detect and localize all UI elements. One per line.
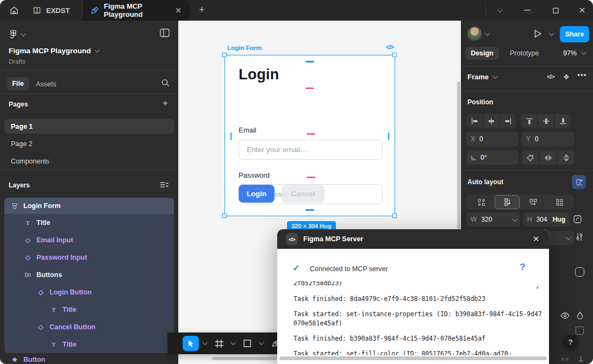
window-menu-chevron-icon[interactable] bbox=[487, 0, 511, 21]
align-vertical-center-button[interactable] bbox=[538, 114, 554, 128]
align-horizontal-center-button[interactable] bbox=[483, 114, 499, 128]
rotation-field[interactable]: 0° bbox=[466, 150, 519, 165]
page-item[interactable]: Page 2 bbox=[4, 136, 174, 151]
layer-row-buttons[interactable]: Buttons bbox=[4, 266, 174, 284]
layer-row-email-input[interactable]: ◇Email Input bbox=[4, 231, 174, 249]
frame-tool[interactable] bbox=[211, 336, 227, 351]
home-icon[interactable] bbox=[9, 5, 19, 15]
width-field[interactable]: W320 bbox=[466, 212, 520, 227]
search-icon[interactable] bbox=[161, 79, 170, 87]
flip-horizontal-icon[interactable] bbox=[540, 150, 557, 165]
avatar[interactable] bbox=[467, 27, 482, 41]
layer-row-title[interactable]: TTitle bbox=[4, 214, 174, 231]
dev-mode-code-icon[interactable]: </> bbox=[386, 43, 394, 51]
layer-row-title[interactable]: TTitle bbox=[4, 301, 174, 318]
server-log[interactable]: 2fd52f58db23)Task finished: 8da4979c-e7f… bbox=[287, 281, 541, 355]
share-button[interactable]: Share bbox=[560, 26, 589, 42]
layer-row-password-input[interactable]: ◇Password Input bbox=[4, 249, 174, 266]
style-swatch-icon[interactable] bbox=[575, 267, 584, 277]
tab-file[interactable]: File bbox=[7, 77, 29, 90]
rotate-icon[interactable] bbox=[522, 150, 539, 165]
layout-wrap-button[interactable] bbox=[547, 195, 572, 209]
help-button[interactable]: ? bbox=[563, 335, 578, 349]
layer-row-button[interactable]: ❖Button bbox=[4, 351, 174, 364]
tab-design[interactable]: Design bbox=[465, 47, 499, 60]
form-title[interactable]: Login bbox=[239, 66, 279, 83]
component-icon[interactable]: ❖ bbox=[563, 73, 570, 81]
layer-row-login-button[interactable]: ◇Login Button bbox=[4, 284, 174, 301]
chevron-down-icon[interactable] bbox=[485, 30, 490, 36]
y-position-field[interactable]: Y0 bbox=[522, 132, 574, 146]
tab-figma-mcp-playground[interactable]: Figma MCP Playground ✕ bbox=[83, 0, 189, 21]
layer-row-cancel-button[interactable]: ◇Cancel Button bbox=[4, 318, 174, 336]
canvas-vertical-scrollbar[interactable] bbox=[457, 81, 460, 229]
flip-vertical-icon[interactable] bbox=[558, 150, 575, 165]
frame-section-header[interactable]: Frame bbox=[467, 73, 489, 81]
tab-assets[interactable]: Assets bbox=[36, 80, 57, 88]
login-button[interactable]: Login bbox=[239, 185, 274, 203]
chevron-down-icon[interactable] bbox=[202, 340, 208, 345]
email-input[interactable]: Enter your email... bbox=[239, 140, 383, 160]
selection-handle[interactable] bbox=[392, 214, 397, 218]
x-position-field[interactable]: X0 bbox=[466, 132, 519, 146]
help-icon[interactable]: ? bbox=[520, 262, 525, 273]
dashed-selection-icon[interactable] bbox=[576, 327, 584, 335]
move-tool[interactable] bbox=[183, 336, 199, 351]
document-title[interactable]: Figma MCP Playground bbox=[9, 47, 91, 55]
layout-none-button[interactable] bbox=[469, 195, 494, 209]
present-play-icon[interactable] bbox=[534, 29, 542, 38]
tab-exdst[interactable]: EXDST bbox=[33, 0, 70, 21]
height-field[interactable]: H304 Hug bbox=[523, 212, 570, 227]
align-right-button[interactable] bbox=[500, 114, 516, 128]
frame-label[interactable]: Login Form bbox=[227, 45, 261, 51]
password-label[interactable]: Password bbox=[239, 171, 270, 179]
selection-handle[interactable] bbox=[222, 214, 227, 218]
scroll-up-icon[interactable]: ▲ bbox=[535, 285, 540, 290]
maximize-button[interactable] bbox=[544, 0, 567, 21]
chevron-down-icon[interactable] bbox=[95, 47, 100, 53]
dialog-header[interactable]: </> Figma MCP Server ✕ bbox=[277, 229, 549, 249]
rectangle-tool[interactable] bbox=[239, 336, 255, 351]
chevron-down-icon[interactable] bbox=[230, 340, 236, 345]
minimize-button[interactable] bbox=[515, 0, 539, 21]
zoom-level[interactable]: 97% bbox=[563, 49, 577, 57]
toggle-panel-icon[interactable] bbox=[160, 28, 170, 37]
canvas-horizontal-scrollbar[interactable] bbox=[212, 357, 277, 360]
eye-icon[interactable] bbox=[560, 312, 570, 319]
sliders-icon[interactable] bbox=[576, 233, 583, 241]
log-horizontal-scrollbar[interactable] bbox=[279, 356, 547, 360]
chevron-down-icon[interactable] bbox=[259, 340, 264, 345]
auto-layout-toggle[interactable] bbox=[572, 175, 586, 189]
more-options-icon[interactable]: ••• bbox=[577, 71, 587, 79]
align-bottom-button[interactable] bbox=[555, 114, 571, 128]
blend-droplet-icon[interactable] bbox=[577, 311, 583, 319]
layout-horizontal-button[interactable] bbox=[521, 195, 546, 209]
chevron-down-icon[interactable] bbox=[549, 30, 554, 36]
new-tab-icon[interactable]: + bbox=[199, 4, 205, 16]
align-left-button[interactable] bbox=[466, 114, 482, 128]
chevron-down-icon[interactable] bbox=[21, 31, 26, 36]
page-item[interactable]: Page 1 bbox=[4, 119, 174, 134]
layer-row-login-form[interactable]: Login Form bbox=[4, 198, 174, 214]
dev-mode-icon[interactable]: </> bbox=[547, 73, 554, 80]
page-item[interactable]: Components bbox=[4, 154, 174, 168]
close-tab-icon[interactable]: ✕ bbox=[175, 6, 182, 15]
chevron-down-icon[interactable] bbox=[492, 73, 498, 79]
add-page-icon[interactable]: + bbox=[163, 98, 168, 109]
collapse-layers-icon[interactable] bbox=[160, 181, 168, 188]
document-location[interactable]: Drafts bbox=[9, 58, 26, 65]
figma-logo-icon[interactable] bbox=[9, 30, 17, 39]
corner-radius-icon[interactable] bbox=[573, 215, 582, 223]
layout-vertical-button[interactable] bbox=[495, 195, 520, 209]
close-window-button[interactable]: ✕ bbox=[570, 0, 593, 21]
email-label[interactable]: Email bbox=[239, 126, 257, 134]
close-dialog-icon[interactable]: ✕ bbox=[533, 234, 540, 244]
selection-handle[interactable] bbox=[392, 53, 397, 57]
chevron-down-icon[interactable] bbox=[581, 49, 586, 55]
align-top-button[interactable] bbox=[521, 114, 537, 128]
cancel-button[interactable]: Cancel bbox=[282, 185, 324, 203]
login-form-frame[interactable]: Login Email Enter your email... Password… bbox=[224, 55, 395, 216]
selection-handle[interactable] bbox=[222, 53, 227, 57]
tab-prototype[interactable]: Prototype bbox=[510, 49, 539, 57]
partial-dropdown-field[interactable] bbox=[547, 231, 574, 245]
